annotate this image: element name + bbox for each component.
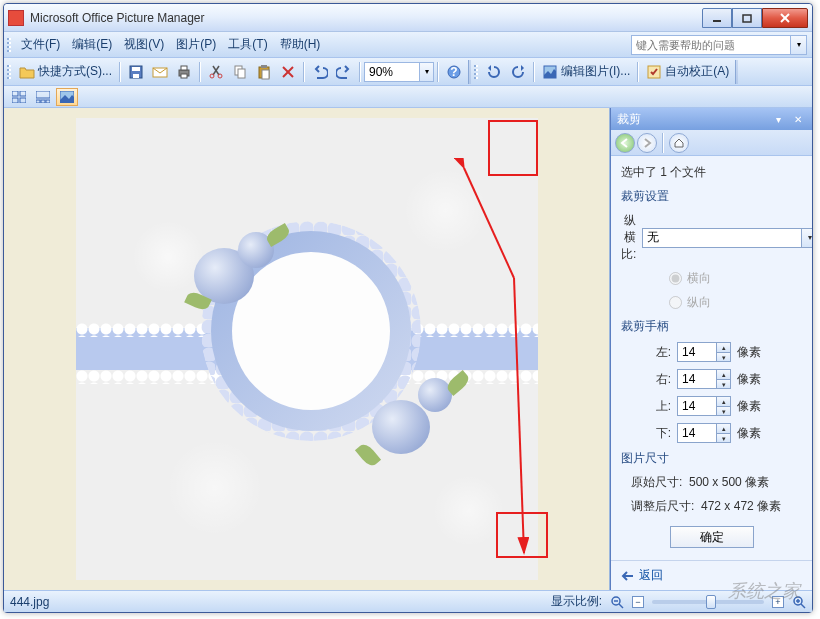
rotate-right-icon: [510, 64, 526, 80]
spin-up[interactable]: ▴: [717, 423, 731, 433]
zoom-label: 显示比例:: [551, 593, 602, 610]
task-pane-close-button[interactable]: ✕: [790, 111, 806, 127]
copy-button[interactable]: [228, 61, 252, 83]
filename-label: 444.jpg: [10, 595, 49, 609]
titlebar: Microsoft Office Picture Manager: [4, 4, 812, 32]
menu-help[interactable]: 帮助(H): [274, 33, 327, 56]
delete-button[interactable]: [276, 61, 300, 83]
auto-correct-button[interactable]: 自动校正(A): [642, 61, 733, 83]
svg-rect-27: [20, 91, 26, 96]
svg-text:?: ?: [450, 65, 457, 79]
svg-rect-5: [132, 67, 140, 71]
paste-button[interactable]: [252, 61, 276, 83]
filmstrip-view-button[interactable]: [32, 88, 54, 106]
image-canvas[interactable]: [4, 108, 610, 590]
crop-bottom-input[interactable]: [677, 423, 717, 443]
svg-rect-10: [181, 74, 187, 78]
task-pane-title: 裁剪: [617, 111, 641, 128]
zoom-out-icon[interactable]: [610, 595, 624, 609]
svg-rect-33: [46, 100, 50, 103]
task-pane-menu-button[interactable]: ▾: [770, 111, 786, 127]
zoom-dropdown[interactable]: ▾: [420, 62, 434, 82]
cut-button[interactable]: [204, 61, 228, 83]
nav-home-button[interactable]: [669, 133, 689, 153]
menu-file[interactable]: 文件(F): [15, 33, 66, 56]
paste-icon: [256, 64, 272, 80]
svg-rect-32: [41, 100, 45, 103]
help-button[interactable]: ?: [442, 61, 466, 83]
edit-picture-icon: [542, 64, 558, 80]
menu-view[interactable]: 视图(V): [118, 33, 170, 56]
svg-rect-16: [238, 69, 245, 78]
toolbar-handle[interactable]: [7, 63, 12, 81]
aspect-ratio-label: 纵横比:: [621, 212, 636, 263]
maximize-button[interactable]: [732, 8, 762, 28]
svg-line-41: [801, 604, 805, 608]
app-icon: [8, 10, 24, 26]
view-toolbar: [4, 86, 812, 108]
minimize-button[interactable]: [702, 8, 732, 28]
print-button[interactable]: [172, 61, 196, 83]
zoom-slider-thumb[interactable]: [706, 595, 716, 609]
cut-icon: [208, 64, 224, 80]
toolbar-handle[interactable]: [7, 36, 12, 54]
help-icon: ?: [446, 64, 462, 80]
crop-settings-header: 裁剪设置: [621, 188, 802, 205]
save-icon: [128, 64, 144, 80]
menubar: 文件(F) 编辑(E) 视图(V) 图片(P) 工具(T) 帮助(H) ▾: [4, 32, 812, 58]
delete-icon: [280, 64, 296, 80]
spin-down[interactable]: ▾: [717, 406, 731, 416]
menu-picture[interactable]: 图片(P): [170, 33, 222, 56]
ok-button[interactable]: 确定: [670, 526, 754, 548]
back-arrow-icon: [621, 569, 635, 583]
mail-button[interactable]: [148, 61, 172, 83]
spin-down[interactable]: ▾: [717, 352, 731, 362]
spin-down[interactable]: ▾: [717, 379, 731, 389]
task-pane: 裁剪 ▾ ✕ 选中了 1 个文件 裁剪设置 纵横比: ▾: [610, 108, 812, 590]
help-search-dropdown[interactable]: ▾: [791, 35, 807, 55]
main-toolbar: 快捷方式(S)... ▾ ? 编辑图片(I)... 自: [4, 58, 812, 86]
auto-correct-icon: [646, 64, 662, 80]
portrait-radio: [669, 296, 682, 309]
spin-down[interactable]: ▾: [717, 433, 731, 443]
redo-button[interactable]: [332, 61, 356, 83]
menu-tools[interactable]: 工具(T): [222, 33, 273, 56]
task-pane-nav: [611, 130, 812, 156]
svg-point-14: [218, 74, 222, 78]
svg-rect-6: [133, 74, 139, 78]
crop-top-input[interactable]: [677, 396, 717, 416]
crop-left-input[interactable]: [677, 342, 717, 362]
annotation-box-2: [496, 512, 548, 558]
single-view-button[interactable]: [56, 88, 78, 106]
status-bar: 444.jpg 显示比例: − +: [4, 590, 812, 612]
copy-icon: [232, 64, 248, 80]
zoom-minus-button[interactable]: −: [632, 596, 644, 608]
thumbnail-view-button[interactable]: [8, 88, 30, 106]
aspect-ratio-dropdown[interactable]: ▾: [802, 228, 812, 248]
save-button[interactable]: [124, 61, 148, 83]
edit-picture-button[interactable]: 编辑图片(I)...: [538, 61, 634, 83]
rotate-left-button[interactable]: [482, 61, 506, 83]
svg-rect-29: [20, 98, 26, 103]
undo-button[interactable]: [308, 61, 332, 83]
nav-back-button[interactable]: [615, 133, 635, 153]
shortcut-button[interactable]: 快捷方式(S)...: [15, 61, 116, 83]
spin-up[interactable]: ▴: [717, 342, 731, 352]
spin-up[interactable]: ▴: [717, 396, 731, 406]
redo-icon: [336, 64, 352, 80]
original-size-value: 500 x 500 像素: [689, 475, 769, 489]
annotation-box-1: [488, 120, 538, 176]
picture-size-header: 图片尺寸: [621, 450, 802, 467]
help-search-input[interactable]: [631, 35, 791, 55]
aspect-ratio-select[interactable]: [642, 228, 802, 248]
nav-forward-button[interactable]: [637, 133, 657, 153]
app-window: Microsoft Office Picture Manager 文件(F) 编…: [3, 3, 813, 613]
svg-rect-19: [262, 70, 269, 79]
zoom-input[interactable]: [364, 62, 420, 82]
crop-right-input[interactable]: [677, 369, 717, 389]
rotate-right-button[interactable]: [506, 61, 530, 83]
menu-edit[interactable]: 编辑(E): [66, 33, 118, 56]
close-button[interactable]: [762, 8, 808, 28]
toolbar-handle[interactable]: [474, 63, 479, 81]
spin-up[interactable]: ▴: [717, 369, 731, 379]
